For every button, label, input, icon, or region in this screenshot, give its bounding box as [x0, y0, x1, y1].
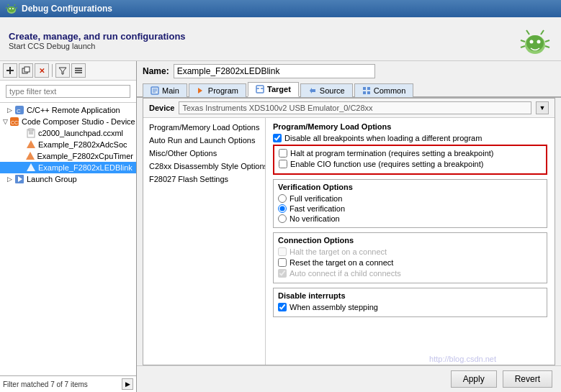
program-tab-icon — [197, 86, 205, 95]
filter-button[interactable] — [55, 63, 70, 78]
tree-item-adcsoc[interactable]: ▷ Example_F2802xAdcSoc — [0, 139, 136, 150]
assembly-stepping-checkbox[interactable] — [278, 303, 287, 311]
device-input[interactable] — [179, 101, 531, 114]
svg-rect-19 — [9, 67, 11, 74]
tree-item-cpu[interactable]: ▷ Example_F2802xCpuTimer — [0, 150, 136, 162]
assembly-stepping-row: When assembly stepping — [278, 303, 542, 311]
expand-footer-btn[interactable]: ▶ — [122, 378, 133, 390]
duplicate-button[interactable] — [19, 63, 33, 78]
reset-target-checkbox[interactable] — [278, 258, 287, 267]
expander-cpp[interactable]: ▷ — [6, 106, 13, 114]
delete-button[interactable]: ✕ — [35, 63, 49, 78]
connection-group: Connection Options Halt the target on a … — [273, 232, 547, 283]
svg-marker-35 — [26, 152, 35, 160]
filter-input[interactable] — [6, 85, 130, 98]
left-panel-footer: Filter matched 7 of 7 items ▶ — [0, 375, 136, 392]
fast-verification-radio[interactable] — [278, 204, 287, 213]
no-verification-row: No verification — [278, 214, 542, 223]
ledblink-icon — [26, 163, 36, 173]
name-input[interactable] — [174, 64, 375, 78]
no-verification-label: No verification — [290, 214, 340, 223]
reset-target-row: Reset the target on a connect — [278, 258, 542, 267]
window-title: Debug Configurations — [22, 4, 112, 14]
red-box-group: Halt at program termination (requires se… — [273, 145, 547, 175]
svg-line-5 — [14, 4, 15, 6]
tree-label-cpp: C/C++ Remote Application — [27, 106, 120, 114]
tab-target-label: Target — [267, 85, 291, 94]
disable-breakpoints-label: Disable all breakpoints when loading a d… — [284, 134, 482, 142]
left-menu: Program/Memory Load Options Auto Run and… — [143, 118, 266, 365]
halt-termination-label: Halt at program termination (requires se… — [290, 149, 493, 158]
svg-rect-51 — [367, 91, 370, 94]
bottom-bar: http://blog.csdn.net Apply Revert — [137, 365, 561, 392]
expander-launch[interactable]: ▷ — [6, 176, 13, 183]
tree-label-launch: Launch Group — [27, 175, 77, 183]
menu-item-disassembly[interactable]: C28xx Disassembly Style Options — [143, 160, 265, 173]
tree-item-c2000[interactable]: ▷ c2000_launchpad.ccxml — [0, 127, 136, 139]
svg-rect-21 — [24, 67, 30, 72]
content-area: Device ▼ Program/Memory Load Options Aut… — [143, 98, 555, 365]
no-verification-radio[interactable] — [278, 214, 287, 223]
tab-source-label: Source — [320, 86, 345, 95]
tree-label-ledblink: Example_F2802xLEDBlink — [38, 163, 133, 172]
tab-common[interactable]: Common — [354, 83, 414, 97]
full-verification-radio[interactable] — [278, 194, 287, 203]
menu-item-flash[interactable]: F28027 Flash Settings — [143, 173, 265, 186]
filter-status: Filter matched 7 of 7 items — [3, 380, 88, 388]
filter-row — [0, 81, 136, 103]
device-row: Device ▼ — [143, 99, 555, 118]
tree-item-ledblink[interactable]: ▷ Example_F2802xLEDBlink — [0, 162, 136, 173]
halt-target-row: Halt the target on a connect — [278, 247, 542, 256]
window-body: Create, manage, and run configurations S… — [0, 17, 561, 392]
collapse-all-button[interactable] — [71, 63, 86, 78]
menu-item-misc[interactable]: Misc/Other Options — [143, 147, 265, 160]
tree-item-launch[interactable]: ▷ Launch Group — [0, 173, 136, 185]
enable-cio-row: Enable CIO function use (requires settin… — [279, 160, 542, 168]
cpu-icon — [25, 151, 35, 161]
tab-source[interactable]: Source — [300, 83, 353, 97]
name-label: Name: — [143, 66, 169, 76]
auto-connect-checkbox[interactable] — [278, 269, 287, 278]
tabs-row: Main Program Target — [137, 81, 561, 98]
title-bar: Debug Configurations — [0, 0, 561, 17]
device-dropdown-btn[interactable]: ▼ — [536, 101, 549, 114]
enable-cio-checkbox[interactable] — [279, 160, 287, 168]
source-tab-icon — [308, 86, 317, 95]
c2000-icon — [26, 128, 36, 138]
verification-title: Verification Options — [278, 183, 542, 191]
common-tab-icon — [362, 86, 371, 95]
tab-target[interactable]: Target — [248, 82, 299, 97]
svg-line-17 — [545, 46, 549, 47]
apply-button[interactable]: Apply — [451, 370, 497, 388]
tab-program[interactable]: Program — [189, 83, 246, 97]
tab-main[interactable]: Main — [143, 83, 187, 97]
disable-breakpoints-checkbox[interactable] — [273, 134, 282, 142]
svg-point-1 — [8, 6, 15, 12]
revert-button[interactable]: Revert — [503, 370, 552, 388]
tree-item-ccs[interactable]: ▽ CCS Code Composer Studio - Device D — [0, 116, 136, 127]
menu-item-program-memory[interactable]: Program/Memory Load Options — [143, 121, 265, 134]
halt-termination-checkbox[interactable] — [279, 149, 287, 158]
halt-target-checkbox[interactable] — [278, 247, 287, 256]
svg-point-9 — [526, 35, 544, 51]
new-config-button[interactable] — [3, 63, 17, 78]
svg-marker-34 — [27, 140, 35, 148]
two-col-layout: Program/Memory Load Options Auto Run and… — [143, 118, 555, 365]
tab-common-label: Common — [374, 86, 406, 95]
bug-header-icon — [518, 23, 552, 58]
tree-item-cpp[interactable]: ▷ C C/C++ Remote Application — [0, 104, 136, 116]
connection-title: Connection Options — [278, 236, 542, 245]
expander-ccs[interactable]: ▽ — [3, 118, 8, 125]
reset-target-label: Reset the target on a connect — [290, 258, 393, 267]
tree-label-ccs: Code Composer Studio - Device D — [22, 117, 136, 126]
full-verification-label: Full verification — [290, 194, 342, 203]
right-content: Program/Memory Load Options Disable all … — [266, 118, 555, 365]
svg-marker-47 — [310, 88, 315, 94]
menu-item-auto-run[interactable]: Auto Run and Launch Options — [143, 134, 265, 147]
svg-marker-22 — [59, 68, 66, 74]
tab-program-label: Program — [208, 86, 238, 95]
header-heading: Create, manage, and run configurations — [9, 31, 186, 42]
svg-point-3 — [12, 8, 14, 9]
disable-interrupts-group: Disable interrupts When assembly steppin… — [273, 288, 547, 317]
section-main-title: Program/Memory Load Options — [273, 122, 547, 131]
